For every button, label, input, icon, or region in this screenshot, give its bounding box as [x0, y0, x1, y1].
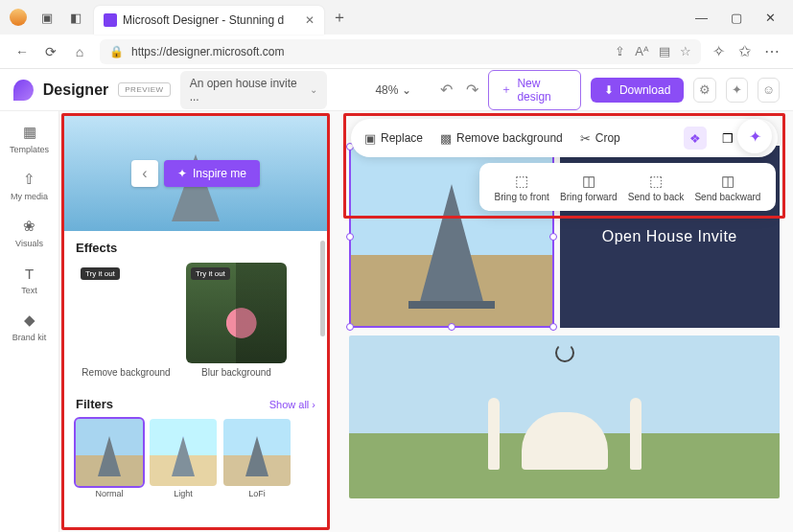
resize-handle[interactable]	[549, 323, 557, 331]
project-name: An open house invite ...	[190, 77, 303, 104]
tab-title: Microsoft Designer - Stunning d	[123, 13, 284, 27]
effects-heading: Effects	[76, 241, 315, 255]
inspire-me-button[interactable]: ✦Inspire me	[164, 160, 260, 187]
text-size-icon[interactable]: Aᴬ	[635, 44, 649, 58]
effect-remove-bg[interactable]: Try it out Remove background	[76, 263, 176, 378]
upload-icon: ⇧	[19, 170, 38, 189]
backward-icon: ◫	[721, 173, 735, 190]
crop-icon: ✂	[580, 131, 591, 146]
redo-icon[interactable]: ↷	[466, 81, 478, 99]
resize-handle[interactable]	[549, 233, 557, 241]
refresh-icon[interactable]: ⟳	[42, 44, 59, 59]
close-window-icon[interactable]: ✕	[765, 11, 776, 25]
project-selector[interactable]: An open house invite ... ⌄	[180, 71, 328, 109]
resize-handle[interactable]	[448, 323, 455, 331]
header-tool-2[interactable]: ✦	[726, 78, 748, 103]
back-icon[interactable]: ←	[13, 44, 31, 59]
hero-preview: ‹ ✦Inspire me	[64, 116, 327, 231]
bring-forward-button[interactable]: ◫Bring forward	[560, 173, 617, 202]
sidebar-item-visuals[interactable]: ❀Visuals	[15, 217, 43, 248]
remove-bg-button[interactable]: ▩Remove background	[440, 131, 563, 146]
chevron-down-icon: ⌄	[310, 84, 317, 95]
text-icon: T	[20, 264, 39, 283]
forward-icon: ◫	[582, 173, 595, 190]
new-design-button[interactable]: ＋ New design	[488, 70, 581, 110]
layers-icon[interactable]: ❒	[716, 127, 739, 150]
address-bar[interactable]: 🔒 https://designer.microsoft.com ⇪ Aᴬ ▤ …	[100, 39, 701, 64]
workspace: ▦Templates ⇧My media ❀Visuals TText ◆Bra…	[0, 111, 793, 532]
resize-handle[interactable]	[346, 233, 354, 241]
extensions-icon[interactable]: ✧	[712, 42, 725, 60]
sidebar-item-brandkit[interactable]: ◆Brand kit	[12, 311, 47, 342]
reader-icon[interactable]: ▤	[659, 44, 670, 58]
zoom-value: 48%	[375, 83, 398, 97]
profile-avatar[interactable]	[10, 9, 27, 26]
magic-fab-button[interactable]: ✦	[737, 119, 772, 153]
arrange-toggle[interactable]: ❖	[684, 127, 707, 150]
browser-titlebar: ▣ ◧ Microsoft Designer - Stunning d ✕ ＋ …	[0, 0, 793, 35]
menu-icon[interactable]: ⋯	[764, 42, 780, 60]
bring-to-front-button[interactable]: ⬚Bring to front	[495, 173, 549, 202]
resize-handle[interactable]	[346, 323, 354, 331]
preview-badge: PREVIEW	[118, 82, 170, 97]
eraser-icon: ▩	[440, 131, 452, 146]
sidebar-item-mymedia[interactable]: ⇧My media	[11, 170, 48, 201]
browser-urlbar: ← ⟳ ⌂ 🔒 https://designer.microsoft.com ⇪…	[0, 35, 793, 69]
user-icon[interactable]: ☺	[758, 78, 780, 103]
download-button[interactable]: ⬇ Download	[591, 78, 684, 103]
image-icon: ▣	[364, 131, 376, 146]
browser-tab[interactable]: Microsoft Designer - Stunning d ✕	[94, 6, 324, 35]
templates-icon: ▦	[20, 123, 39, 142]
brandkit-icon: ◆	[20, 311, 39, 330]
filter-light[interactable]: Light	[150, 419, 217, 498]
minimize-icon[interactable]: ―	[695, 11, 708, 25]
replace-button[interactable]: ▣Replace	[364, 131, 423, 146]
send-backward-button[interactable]: ◫Send backward	[694, 173, 760, 202]
chevron-down-icon: ⌄	[402, 83, 411, 97]
effect-blur-bg[interactable]: Try it out Blur background	[186, 263, 287, 378]
download-icon: ⬇	[604, 83, 614, 97]
favorite-icon[interactable]: ☆	[680, 44, 691, 58]
app-header: Designer PREVIEW An open house invite ..…	[0, 69, 793, 111]
favicon-icon	[104, 13, 117, 27]
close-tab-icon[interactable]: ✕	[305, 13, 315, 27]
share-icon[interactable]: ⇪	[615, 44, 625, 58]
sidebar-item-templates[interactable]: ▦Templates	[10, 123, 49, 154]
canvas-area: ▣Replace ▩Remove background ✂Crop ❖ ❒ ✦ …	[336, 111, 793, 532]
maximize-icon[interactable]: ▢	[731, 11, 742, 25]
image-toolbar: ▣Replace ▩Remove background ✂Crop ❖ ❒	[351, 119, 778, 157]
zoom-control[interactable]: 48% ⌄	[375, 83, 411, 97]
home-icon[interactable]: ⌂	[71, 44, 88, 59]
new-tab-button[interactable]: ＋	[332, 8, 347, 28]
undo-icon[interactable]: ↶	[440, 81, 453, 99]
visuals-icon: ❀	[19, 217, 38, 236]
brand-name: Designer	[43, 81, 108, 99]
lock-icon: 🔒	[109, 45, 124, 58]
collections-icon[interactable]: ✩	[738, 42, 751, 60]
filters-heading: FiltersShow all ›	[76, 397, 315, 411]
front-icon: ⬚	[515, 173, 528, 190]
vertical-sidebar: ▦Templates ⇧My media ❀Visuals TText ◆Bra…	[0, 111, 59, 532]
crop-button[interactable]: ✂Crop	[580, 131, 620, 146]
arrange-menu: ⬚Bring to front ◫Bring forward ⬚Send to …	[479, 163, 776, 211]
show-all-link[interactable]: Show all ›	[269, 399, 315, 410]
filter-normal[interactable]: Normal	[76, 419, 143, 498]
url-text: https://designer.microsoft.com	[131, 45, 284, 58]
back-icon: ⬚	[649, 173, 663, 190]
sparkle-icon: ✦	[177, 167, 187, 180]
workspaces-icon[interactable]: ▣	[38, 9, 56, 26]
header-tool-1[interactable]: ⚙	[693, 78, 715, 103]
designer-logo-icon	[13, 80, 34, 101]
send-to-back-button[interactable]: ⬚Send to back	[628, 173, 684, 202]
left-panel: ‹ ✦Inspire me Effects Try it out Remove …	[61, 113, 330, 530]
sidebar-item-text[interactable]: TText	[20, 264, 39, 295]
eiffel-image	[418, 184, 485, 309]
canvas-image-2[interactable]	[349, 335, 780, 498]
filter-lofi[interactable]: LoFi	[223, 419, 291, 498]
tabs-icon[interactable]: ◧	[67, 9, 84, 26]
sync-icon	[555, 343, 574, 362]
plus-icon: ＋	[501, 81, 512, 98]
panel-scrollbar[interactable]	[320, 241, 325, 336]
inspire-prev-button[interactable]: ‹	[131, 160, 158, 187]
taj-graphic	[522, 412, 608, 470]
